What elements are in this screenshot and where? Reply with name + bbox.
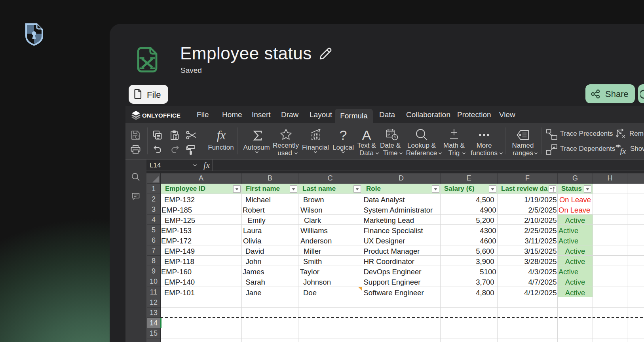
- svg-text:fx: fx: [620, 146, 626, 155]
